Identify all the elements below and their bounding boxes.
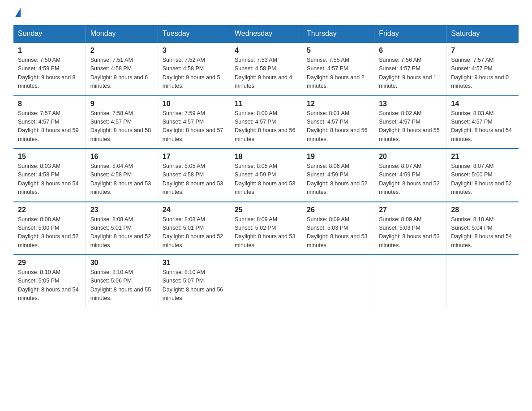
day-number: 15 <box>18 153 81 161</box>
calendar-day-cell: 11Sunrise: 8:00 AMSunset: 4:57 PMDayligh… <box>230 96 302 149</box>
day-number: 29 <box>18 259 81 267</box>
day-info: Sunrise: 7:56 AMSunset: 4:57 PMDaylight:… <box>379 56 442 91</box>
logo <box>13 9 21 17</box>
day-number: 3 <box>163 47 225 55</box>
weekday-header-row: SundayMondayTuesdayWednesdayThursdayFrid… <box>13 25 519 43</box>
day-number: 16 <box>90 153 153 161</box>
day-info: Sunrise: 7:59 AMSunset: 4:57 PMDaylight:… <box>163 109 225 144</box>
empty-cell <box>302 255 374 308</box>
weekday-header-monday: Monday <box>86 25 158 43</box>
calendar-day-cell: 29Sunrise: 8:10 AMSunset: 5:05 PMDayligh… <box>13 255 86 308</box>
empty-cell <box>374 255 446 308</box>
calendar-table: SundayMondayTuesdayWednesdayThursdayFrid… <box>13 25 519 308</box>
calendar-day-cell: 5Sunrise: 7:55 AMSunset: 4:57 PMDaylight… <box>302 43 374 96</box>
day-info: Sunrise: 7:53 AMSunset: 4:58 PMDaylight:… <box>235 56 297 91</box>
calendar-day-cell: 18Sunrise: 8:05 AMSunset: 4:59 PMDayligh… <box>230 149 302 202</box>
day-info: Sunrise: 8:04 AMSunset: 4:58 PMDaylight:… <box>90 162 153 197</box>
day-number: 23 <box>90 206 153 214</box>
day-info: Sunrise: 7:50 AMSunset: 4:59 PMDaylight:… <box>18 56 81 91</box>
calendar-day-cell: 19Sunrise: 8:06 AMSunset: 4:59 PMDayligh… <box>302 149 374 202</box>
calendar-week-row: 1Sunrise: 7:50 AMSunset: 4:59 PMDaylight… <box>13 43 519 96</box>
day-number: 12 <box>307 100 369 108</box>
day-number: 8 <box>18 100 81 108</box>
day-number: 11 <box>235 100 297 108</box>
day-info: Sunrise: 8:09 AMSunset: 5:03 PMDaylight:… <box>307 215 369 250</box>
calendar-body: 1Sunrise: 7:50 AMSunset: 4:59 PMDaylight… <box>13 43 519 308</box>
day-info: Sunrise: 8:01 AMSunset: 4:57 PMDaylight:… <box>307 109 369 144</box>
calendar-day-cell: 9Sunrise: 7:58 AMSunset: 4:57 PMDaylight… <box>86 96 158 149</box>
page-header <box>13 9 519 17</box>
day-info: Sunrise: 7:51 AMSunset: 4:58 PMDaylight:… <box>90 56 153 91</box>
weekday-header-saturday: Saturday <box>446 25 519 43</box>
day-info: Sunrise: 7:52 AMSunset: 4:58 PMDaylight:… <box>163 56 225 91</box>
day-number: 26 <box>307 206 369 214</box>
calendar-day-cell: 27Sunrise: 8:09 AMSunset: 5:03 PMDayligh… <box>374 202 446 255</box>
day-info: Sunrise: 8:10 AMSunset: 5:06 PMDaylight:… <box>90 268 153 303</box>
day-number: 30 <box>90 259 153 267</box>
weekday-header-sunday: Sunday <box>13 25 86 43</box>
day-number: 1 <box>18 47 81 55</box>
day-number: 10 <box>163 100 225 108</box>
day-info: Sunrise: 8:10 AMSunset: 5:05 PMDaylight:… <box>18 268 81 303</box>
calendar-day-cell: 8Sunrise: 7:57 AMSunset: 4:57 PMDaylight… <box>13 96 86 149</box>
day-info: Sunrise: 8:08 AMSunset: 5:01 PMDaylight:… <box>90 215 153 250</box>
day-info: Sunrise: 8:10 AMSunset: 5:04 PMDaylight:… <box>451 215 514 250</box>
day-number: 14 <box>451 100 514 108</box>
day-info: Sunrise: 8:07 AMSunset: 5:00 PMDaylight:… <box>451 162 514 197</box>
weekday-header-wednesday: Wednesday <box>230 25 302 43</box>
calendar-day-cell: 28Sunrise: 8:10 AMSunset: 5:04 PMDayligh… <box>446 202 519 255</box>
calendar-day-cell: 4Sunrise: 7:53 AMSunset: 4:58 PMDaylight… <box>230 43 302 96</box>
calendar-day-cell: 6Sunrise: 7:56 AMSunset: 4:57 PMDaylight… <box>374 43 446 96</box>
day-number: 20 <box>379 153 442 161</box>
calendar-day-cell: 31Sunrise: 8:10 AMSunset: 5:07 PMDayligh… <box>158 255 230 308</box>
weekday-header-friday: Friday <box>374 25 446 43</box>
logo-triangle-icon <box>15 8 21 17</box>
day-number: 4 <box>235 47 297 55</box>
calendar-header: SundayMondayTuesdayWednesdayThursdayFrid… <box>13 25 519 43</box>
day-number: 31 <box>163 259 225 267</box>
day-number: 9 <box>90 100 153 108</box>
day-info: Sunrise: 8:05 AMSunset: 4:59 PMDaylight:… <box>235 162 297 197</box>
calendar-day-cell: 7Sunrise: 7:57 AMSunset: 4:57 PMDaylight… <box>446 43 519 96</box>
day-info: Sunrise: 8:05 AMSunset: 4:58 PMDaylight:… <box>163 162 225 197</box>
day-number: 22 <box>18 206 81 214</box>
day-number: 2 <box>90 47 153 55</box>
day-number: 17 <box>163 153 225 161</box>
day-info: Sunrise: 8:08 AMSunset: 5:00 PMDaylight:… <box>18 215 81 250</box>
calendar-day-cell: 17Sunrise: 8:05 AMSunset: 4:58 PMDayligh… <box>158 149 230 202</box>
calendar-day-cell: 21Sunrise: 8:07 AMSunset: 5:00 PMDayligh… <box>446 149 519 202</box>
day-info: Sunrise: 8:09 AMSunset: 5:02 PMDaylight:… <box>235 215 297 250</box>
day-info: Sunrise: 7:58 AMSunset: 4:57 PMDaylight:… <box>90 109 153 144</box>
calendar-week-row: 22Sunrise: 8:08 AMSunset: 5:00 PMDayligh… <box>13 202 519 255</box>
calendar-day-cell: 26Sunrise: 8:09 AMSunset: 5:03 PMDayligh… <box>302 202 374 255</box>
day-info: Sunrise: 7:57 AMSunset: 4:57 PMDaylight:… <box>18 109 81 144</box>
calendar-day-cell: 16Sunrise: 8:04 AMSunset: 4:58 PMDayligh… <box>86 149 158 202</box>
day-number: 18 <box>235 153 297 161</box>
day-info: Sunrise: 8:10 AMSunset: 5:07 PMDaylight:… <box>163 268 225 303</box>
day-number: 24 <box>163 206 225 214</box>
empty-cell <box>446 255 519 308</box>
day-info: Sunrise: 8:08 AMSunset: 5:01 PMDaylight:… <box>163 215 225 250</box>
calendar-week-row: 29Sunrise: 8:10 AMSunset: 5:05 PMDayligh… <box>13 255 519 308</box>
day-info: Sunrise: 8:03 AMSunset: 4:58 PMDaylight:… <box>18 162 81 197</box>
day-number: 13 <box>379 100 442 108</box>
day-number: 21 <box>451 153 514 161</box>
day-number: 28 <box>451 206 514 214</box>
calendar-day-cell: 2Sunrise: 7:51 AMSunset: 4:58 PMDaylight… <box>86 43 158 96</box>
empty-cell <box>230 255 302 308</box>
calendar-day-cell: 30Sunrise: 8:10 AMSunset: 5:06 PMDayligh… <box>86 255 158 308</box>
day-info: Sunrise: 8:07 AMSunset: 4:59 PMDaylight:… <box>379 162 442 197</box>
calendar-day-cell: 15Sunrise: 8:03 AMSunset: 4:58 PMDayligh… <box>13 149 86 202</box>
day-number: 5 <box>307 47 369 55</box>
calendar-day-cell: 1Sunrise: 7:50 AMSunset: 4:59 PMDaylight… <box>13 43 86 96</box>
day-info: Sunrise: 7:57 AMSunset: 4:57 PMDaylight:… <box>451 56 514 91</box>
day-info: Sunrise: 8:02 AMSunset: 4:57 PMDaylight:… <box>379 109 442 144</box>
weekday-header-thursday: Thursday <box>302 25 374 43</box>
day-info: Sunrise: 8:03 AMSunset: 4:57 PMDaylight:… <box>451 109 514 144</box>
weekday-header-tuesday: Tuesday <box>158 25 230 43</box>
day-number: 19 <box>307 153 369 161</box>
calendar-day-cell: 13Sunrise: 8:02 AMSunset: 4:57 PMDayligh… <box>374 96 446 149</box>
day-number: 6 <box>379 47 442 55</box>
calendar-day-cell: 10Sunrise: 7:59 AMSunset: 4:57 PMDayligh… <box>158 96 230 149</box>
day-number: 7 <box>451 47 514 55</box>
